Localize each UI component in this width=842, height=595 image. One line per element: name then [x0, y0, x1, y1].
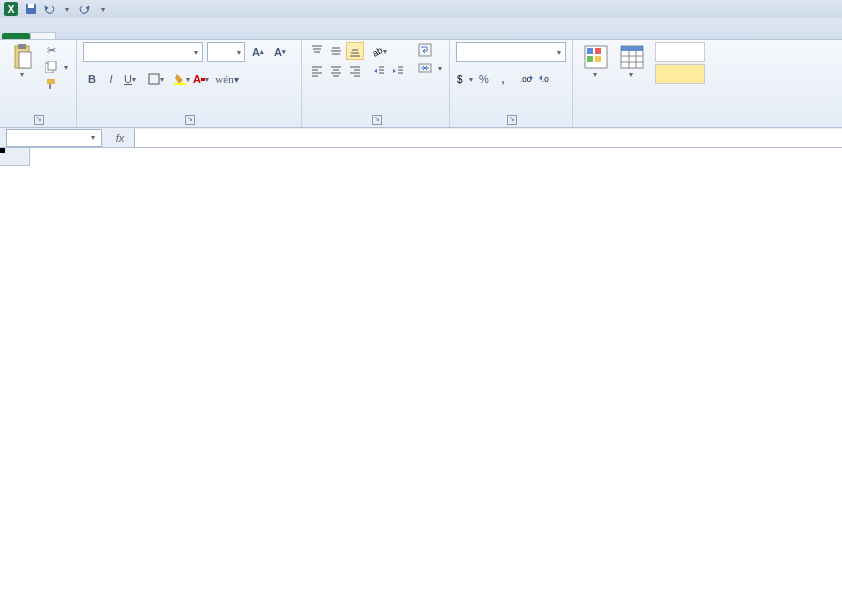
svg-rect-11	[174, 83, 186, 85]
copy-icon	[44, 60, 58, 74]
cell-style-normal[interactable]	[655, 42, 705, 62]
undo-icon[interactable]	[41, 1, 57, 17]
undo-dropdown[interactable]: ▾	[59, 1, 75, 17]
svg-rect-3	[28, 4, 34, 8]
copy-button[interactable]: ▾	[42, 59, 70, 75]
tab-data[interactable]	[128, 33, 152, 39]
merge-center-button[interactable]: ▾	[417, 60, 443, 76]
tab-home[interactable]	[30, 32, 56, 39]
tab-insert[interactable]	[56, 33, 80, 39]
svg-rect-47	[587, 48, 593, 54]
cell-style-neutral[interactable]	[655, 64, 705, 84]
scissors-icon: ✂	[44, 43, 58, 57]
align-left-button[interactable]	[308, 62, 326, 80]
number-launcher[interactable]	[507, 115, 517, 125]
tab-view[interactable]	[176, 33, 200, 39]
group-clipboard: ▾ ✂ ▾	[0, 40, 77, 127]
svg-rect-41	[419, 44, 431, 56]
currency-button[interactable]: $▾	[456, 70, 474, 88]
alignment-launcher[interactable]	[372, 115, 382, 125]
paste-icon	[10, 44, 34, 68]
font-size-select[interactable]: ▾	[207, 42, 245, 62]
format-painter-button[interactable]	[42, 76, 70, 92]
ribbon: ▾ ✂ ▾ ▾ ▾ A▴ A▾ B I U▾ ▾	[0, 40, 842, 128]
svg-rect-48	[595, 48, 601, 54]
percent-button[interactable]: %	[475, 70, 493, 88]
group-number: ▾ $▾ % , .00 .0	[450, 40, 573, 127]
ribbon-tabs	[0, 18, 842, 40]
merge-icon	[418, 61, 432, 75]
svg-text:.00: .00	[520, 75, 532, 84]
svg-text:$: $	[457, 74, 463, 85]
underline-button[interactable]: U▾	[121, 70, 139, 88]
align-center-button[interactable]	[327, 62, 345, 80]
font-color-button[interactable]: A▾	[192, 70, 210, 88]
wrap-text-button[interactable]	[417, 42, 443, 58]
fill-color-button[interactable]: ▾	[173, 70, 191, 88]
svg-rect-49	[587, 56, 593, 62]
svg-rect-10	[149, 74, 159, 84]
increase-indent-button[interactable]	[389, 62, 407, 80]
cut-button[interactable]: ✂	[42, 42, 70, 58]
redo-icon[interactable]	[77, 1, 93, 17]
shrink-font-button[interactable]: A▾	[271, 43, 289, 61]
decrease-decimal-button[interactable]: .0	[537, 70, 555, 88]
conditional-format-button[interactable]: ▾	[579, 42, 611, 81]
format-as-table-button[interactable]: ▾	[615, 42, 647, 81]
align-top-button[interactable]	[308, 42, 326, 60]
tab-file[interactable]	[2, 33, 30, 39]
svg-text:X: X	[8, 4, 15, 15]
tab-review[interactable]	[152, 33, 176, 39]
group-font: ▾ ▾ A▴ A▾ B I U▾ ▾ ▾ A▾ wén▾	[77, 40, 302, 127]
grow-font-button[interactable]: A▴	[249, 43, 267, 61]
name-box[interactable]: ▾	[6, 129, 102, 147]
group-styles: ▾ ▾	[573, 40, 711, 127]
table-format-icon	[619, 44, 643, 68]
title-bar: X ▾ ▾	[0, 0, 842, 18]
font-name-select[interactable]: ▾	[83, 42, 203, 62]
group-alignment: ab▾ ▾	[302, 40, 450, 127]
svg-rect-50	[595, 56, 601, 62]
increase-decimal-button[interactable]: .00	[518, 70, 536, 88]
svg-rect-5	[18, 44, 26, 49]
svg-rect-8	[48, 61, 56, 70]
formula-input[interactable]	[134, 129, 842, 147]
clipboard-launcher[interactable]	[34, 115, 44, 125]
align-middle-button[interactable]	[327, 42, 345, 60]
orientation-button[interactable]: ab▾	[370, 42, 388, 60]
excel-icon: X	[4, 2, 18, 16]
align-bottom-button[interactable]	[346, 42, 364, 60]
wrap-icon	[418, 43, 432, 57]
brush-icon	[44, 77, 58, 91]
decrease-indent-button[interactable]	[370, 62, 388, 80]
tab-formulas[interactable]	[104, 33, 128, 39]
formula-bar: ▾ fx	[0, 128, 842, 148]
italic-button[interactable]: I	[102, 70, 120, 88]
qat-customize[interactable]: ▾	[95, 1, 111, 17]
conditional-format-icon	[583, 44, 607, 68]
svg-rect-9	[47, 79, 55, 84]
number-format-select[interactable]: ▾	[456, 42, 566, 62]
phonetic-button[interactable]: wén▾	[218, 70, 236, 88]
bold-button[interactable]: B	[83, 70, 101, 88]
align-right-button[interactable]	[346, 62, 364, 80]
border-button[interactable]: ▾	[147, 70, 165, 88]
svg-text:ab: ab	[371, 45, 383, 57]
tab-layout[interactable]	[80, 33, 104, 39]
paste-button[interactable]: ▾	[6, 42, 38, 81]
svg-text:.0: .0	[542, 75, 549, 84]
fx-button[interactable]: fx	[110, 130, 130, 146]
select-all-corner[interactable]	[0, 148, 30, 166]
worksheet-grid[interactable]	[0, 148, 842, 593]
font-launcher[interactable]	[185, 115, 195, 125]
svg-rect-52	[621, 46, 643, 51]
comma-button[interactable]: ,	[494, 70, 512, 88]
svg-rect-6	[19, 52, 31, 68]
save-icon[interactable]	[23, 1, 39, 17]
